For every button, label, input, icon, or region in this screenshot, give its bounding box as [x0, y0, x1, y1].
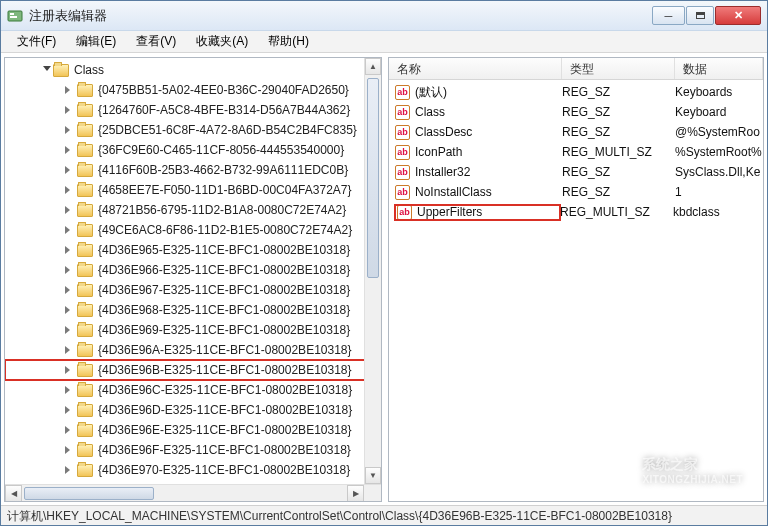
registry-string-icon: ab [395, 105, 410, 120]
col-header-name[interactable]: 名称 [389, 58, 562, 79]
col-header-type[interactable]: 类型 [562, 58, 675, 79]
tree[interactable]: Class{0475BB51-5A02-4EE0-B36C-29040FAD26… [5, 58, 381, 501]
list-row[interactable]: abClassREG_SZKeyboard [389, 102, 763, 122]
folder-icon [77, 324, 93, 337]
list-row[interactable]: abNoInstallClassREG_SZ1 [389, 182, 763, 202]
value-type: REG_MULTI_SZ [560, 205, 673, 219]
tree-label: {4D36E969-E325-11CE-BFC1-08002BE10318} [98, 323, 350, 337]
tree-vscrollbar[interactable]: ▲ ▼ [364, 58, 381, 501]
scroll-down-button[interactable]: ▼ [365, 467, 381, 484]
value-name-cell: ab(默认) [395, 84, 562, 101]
folder-icon [77, 304, 93, 317]
tree-item-class[interactable]: Class [5, 60, 381, 80]
tree-item[interactable]: {4D36E96D-E325-11CE-BFC1-08002BE10318} [5, 400, 381, 420]
tree-item[interactable]: {1264760F-A5C8-4BFE-B314-D56A7B44A362} [5, 100, 381, 120]
chevron-right-icon [65, 145, 75, 155]
value-name: UpperFilters [417, 205, 482, 219]
list-row[interactable]: abUpperFiltersREG_MULTI_SZkbdclass [389, 202, 763, 222]
list-row[interactable]: abInstaller32REG_SZSysClass.Dll,Ke [389, 162, 763, 182]
tree-label: {4D36E96B-E325-11CE-BFC1-08002BE10318} [98, 363, 352, 377]
statusbar: 计算机\HKEY_LOCAL_MACHINE\SYSTEM\CurrentCon… [1, 505, 767, 525]
tree-item[interactable]: {25DBCE51-6C8F-4A72-8A6D-B54C2B4FC835} [5, 120, 381, 140]
menu-edit[interactable]: 编辑(E) [66, 31, 126, 52]
chevron-right-icon [65, 425, 75, 435]
tree-item[interactable]: {4D36E966-E325-11CE-BFC1-08002BE10318} [5, 260, 381, 280]
value-name-cell: abInstaller32 [395, 165, 562, 180]
folder-icon [77, 404, 93, 417]
value-name: ClassDesc [415, 125, 472, 139]
tree-item[interactable]: {4D36E96C-E325-11CE-BFC1-08002BE10318} [5, 380, 381, 400]
list-row[interactable]: abIconPathREG_MULTI_SZ%SystemRoot% [389, 142, 763, 162]
folder-icon [77, 364, 93, 377]
tree-item[interactable]: {4D36E96B-E325-11CE-BFC1-08002BE10318} [5, 360, 381, 380]
chevron-right-icon [65, 245, 75, 255]
tree-item[interactable]: {4D36E96E-E325-11CE-BFC1-08002BE10318} [5, 420, 381, 440]
scroll-up-button[interactable]: ▲ [365, 58, 381, 75]
tree-item[interactable]: {48721B56-6795-11D2-B1A8-0080C72E74A2} [5, 200, 381, 220]
tree-label: {0475BB51-5A02-4EE0-B36C-29040FAD2650} [98, 83, 349, 97]
tree-hscrollbar[interactable]: ◀ ▶ [5, 484, 381, 501]
chevron-right-icon [65, 265, 75, 275]
chevron-right-icon [65, 285, 75, 295]
folder-icon [77, 444, 93, 457]
tree-item[interactable]: {4D36E970-E325-11CE-BFC1-08002BE10318} [5, 460, 381, 480]
folder-icon [77, 424, 93, 437]
maximize-button[interactable] [686, 6, 714, 25]
tree-label: {4D36E967-E325-11CE-BFC1-08002BE10318} [98, 283, 350, 297]
menu-favorites[interactable]: 收藏夹(A) [186, 31, 258, 52]
hscroll-left-button[interactable]: ◀ [5, 485, 22, 502]
tree-item[interactable]: {4D36E967-E325-11CE-BFC1-08002BE10318} [5, 280, 381, 300]
hscroll-right-button[interactable]: ▶ [347, 485, 364, 502]
tree-item[interactable]: {4D36E96A-E325-11CE-BFC1-08002BE10318} [5, 340, 381, 360]
value-type: REG_SZ [562, 85, 675, 99]
chevron-right-icon [65, 365, 75, 375]
chevron-right-icon [65, 305, 75, 315]
tree-item[interactable]: {4D36E969-E325-11CE-BFC1-08002BE10318} [5, 320, 381, 340]
menubar: 文件(F) 编辑(E) 查看(V) 收藏夹(A) 帮助(H) [1, 31, 767, 53]
registry-string-icon: ab [395, 85, 410, 100]
scroll-thumb[interactable] [367, 78, 379, 278]
tree-item[interactable]: {36FC9E60-C465-11CF-8056-444553540000} [5, 140, 381, 160]
tree-label: {36FC9E60-C465-11CF-8056-444553540000} [98, 143, 344, 157]
menu-help[interactable]: 帮助(H) [258, 31, 319, 52]
tree-item[interactable]: {4D36E96F-E325-11CE-BFC1-08002BE10318} [5, 440, 381, 460]
value-list[interactable]: ab(默认)REG_SZKeyboardsabClassREG_SZKeyboa… [389, 80, 763, 501]
value-data: 1 [675, 185, 763, 199]
tree-label: {4D36E96D-E325-11CE-BFC1-08002BE10318} [98, 403, 352, 417]
tree-label: {48721B56-6795-11D2-B1A8-0080C72E74A2} [98, 203, 346, 217]
menu-file[interactable]: 文件(F) [7, 31, 66, 52]
list-row[interactable]: ab(默认)REG_SZKeyboards [389, 82, 763, 102]
col-header-data[interactable]: 数据 [675, 58, 763, 79]
hscroll-thumb[interactable] [24, 487, 154, 500]
folder-icon [77, 344, 93, 357]
value-name-cell: abClass [395, 105, 562, 120]
close-button[interactable]: ✕ [715, 6, 761, 25]
folder-icon [77, 164, 93, 177]
value-name-cell: abClassDesc [395, 125, 562, 140]
tree-item[interactable]: {4D36E968-E325-11CE-BFC1-08002BE10318} [5, 300, 381, 320]
tree-item[interactable]: {49CE6AC8-6F86-11D2-B1E5-0080C72E74A2} [5, 220, 381, 240]
value-name: (默认) [415, 84, 447, 101]
tree-item[interactable]: {4658EE7E-F050-11D1-B6BD-00C04FA372A7} [5, 180, 381, 200]
folder-icon [77, 264, 93, 277]
folder-icon [77, 144, 93, 157]
tree-item[interactable]: {0475BB51-5A02-4EE0-B36C-29040FAD2650} [5, 80, 381, 100]
registry-string-icon: ab [395, 145, 410, 160]
tree-label: {4D36E970-E325-11CE-BFC1-08002BE10318} [98, 463, 350, 477]
value-pane: 名称 类型 数据 ab(默认)REG_SZKeyboardsabClassREG… [388, 57, 764, 502]
folder-icon [77, 104, 93, 117]
folder-icon [77, 464, 93, 477]
chevron-right-icon [65, 85, 75, 95]
list-header[interactable]: 名称 类型 数据 [389, 58, 763, 80]
regedit-icon [7, 8, 23, 24]
value-name: Installer32 [415, 165, 470, 179]
folder-icon [53, 64, 69, 77]
menu-view[interactable]: 查看(V) [126, 31, 186, 52]
tree-item[interactable]: {4D36E965-E325-11CE-BFC1-08002BE10318} [5, 240, 381, 260]
folder-icon [77, 384, 93, 397]
chevron-right-icon [65, 105, 75, 115]
list-row[interactable]: abClassDescREG_SZ@%SystemRoo [389, 122, 763, 142]
minimize-button[interactable]: ─ [652, 6, 685, 25]
titlebar[interactable]: 注册表编辑器 ─ ✕ [1, 1, 767, 31]
tree-item[interactable]: {4116F60B-25B3-4662-B732-99A6111EDC0B} [5, 160, 381, 180]
